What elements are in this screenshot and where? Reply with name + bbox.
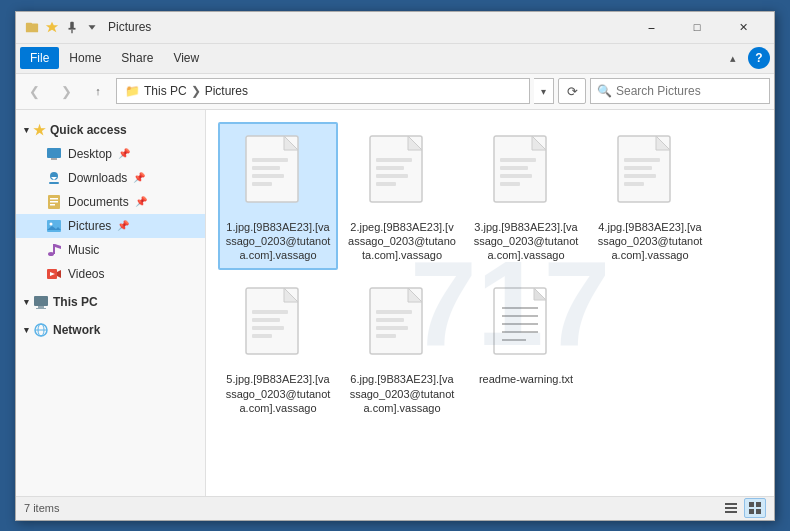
svg-rect-3 xyxy=(70,22,74,29)
up-button[interactable]: ↑ xyxy=(84,78,112,104)
quick-access-chevron: ▾ xyxy=(24,125,29,135)
file-item[interactable]: 5.jpg.[9B83AE23].[vassago_0203@tutanota.… xyxy=(218,274,338,423)
svg-marker-23 xyxy=(57,270,61,278)
sidebar-item-desktop[interactable]: Desktop 📌 xyxy=(16,142,205,166)
file-item[interactable]: readme-warning.txt xyxy=(466,274,586,423)
minimize-button[interactable]: ‒ xyxy=(628,11,674,43)
back-button[interactable]: ❮ xyxy=(20,78,48,104)
sidebar-section-network[interactable]: ▾ Network xyxy=(16,318,205,342)
svg-rect-16 xyxy=(47,220,61,232)
sidebar-item-this-pc-label: This PC xyxy=(53,295,98,309)
close-button[interactable]: ✕ xyxy=(720,11,766,43)
svg-rect-60 xyxy=(252,334,272,338)
menu-view[interactable]: View xyxy=(163,47,209,69)
menu-share[interactable]: Share xyxy=(111,47,163,69)
svg-rect-58 xyxy=(252,318,280,322)
svg-rect-4 xyxy=(69,28,76,30)
file-area: 717 1.jpg.[9B83AE23].[vassago_0203@tutan… xyxy=(206,110,774,496)
svg-rect-36 xyxy=(252,182,272,186)
svg-rect-63 xyxy=(376,310,412,314)
maximize-button[interactable]: □ xyxy=(674,11,720,43)
svg-rect-75 xyxy=(725,507,737,509)
help-button[interactable]: ? xyxy=(748,47,770,69)
file-name: 5.jpg.[9B83AE23].[vassago_0203@tutanota.… xyxy=(224,372,332,415)
path-pictures: Pictures xyxy=(205,84,248,98)
sidebar-item-documents[interactable]: Documents 📌 xyxy=(16,190,205,214)
title-bar-icons xyxy=(24,19,100,35)
list-view-button[interactable] xyxy=(720,498,742,518)
file-icon xyxy=(486,282,566,372)
svg-rect-40 xyxy=(376,166,404,170)
svg-rect-0 xyxy=(26,24,38,33)
this-pc-chevron: ▾ xyxy=(24,297,29,307)
address-bar: ❮ ❯ ↑ 📁 This PC ❯ Pictures ▾ ⟳ 🔍 xyxy=(16,74,774,110)
svg-rect-15 xyxy=(50,204,55,206)
file-icon xyxy=(362,282,442,372)
file-name: 6.jpg.[9B83AE23].[vassago_0203@tutanota.… xyxy=(348,372,456,415)
sidebar-item-downloads[interactable]: Downloads 📌 xyxy=(16,166,205,190)
status-bar: 7 items xyxy=(16,496,774,520)
file-name: 2.jpeg.[9B83AE23].[vassago_0203@tutanota… xyxy=(348,220,456,263)
file-item[interactable]: 2.jpeg.[9B83AE23].[vassago_0203@tutanota… xyxy=(342,122,462,271)
search-box[interactable]: 🔍 xyxy=(590,78,770,104)
item-count: 7 items xyxy=(24,502,59,514)
title-bar: Pictures ‒ □ ✕ xyxy=(16,12,774,44)
search-input[interactable] xyxy=(616,84,766,98)
svg-rect-14 xyxy=(50,201,58,203)
collapse-ribbon-btn[interactable]: ▴ xyxy=(722,50,744,67)
svg-marker-2 xyxy=(46,22,58,33)
address-dropdown[interactable]: ▾ xyxy=(534,78,554,104)
down-arrow-icon xyxy=(84,19,100,35)
sidebar-item-music[interactable]: Music xyxy=(16,238,205,262)
sidebar-item-videos[interactable]: Videos xyxy=(16,262,205,286)
sidebar: ▾ ★ Quick access Desktop 📌 Downloads 📌 xyxy=(16,110,206,496)
svg-rect-7 xyxy=(47,148,61,158)
svg-rect-26 xyxy=(38,306,44,308)
sidebar-item-desktop-label: Desktop xyxy=(68,147,112,161)
svg-rect-54 xyxy=(624,182,644,186)
sidebar-item-downloads-label: Downloads xyxy=(68,171,127,185)
window-controls: ‒ □ ✕ xyxy=(628,11,766,43)
file-icon xyxy=(238,282,318,372)
view-controls xyxy=(720,498,766,518)
svg-rect-47 xyxy=(500,174,532,178)
file-name: readme-warning.txt xyxy=(479,372,573,386)
forward-button[interactable]: ❯ xyxy=(52,78,80,104)
sidebar-item-music-label: Music xyxy=(68,243,99,257)
file-item[interactable]: 1.jpg.[9B83AE23].[vassago_0203@tutanota.… xyxy=(218,122,338,271)
pictures-icon xyxy=(46,218,62,234)
address-path[interactable]: 📁 This PC ❯ Pictures xyxy=(116,78,530,104)
svg-rect-65 xyxy=(376,326,408,330)
desktop-icon xyxy=(46,146,62,162)
svg-rect-51 xyxy=(624,158,660,162)
svg-rect-34 xyxy=(252,166,280,170)
grid-view-button[interactable] xyxy=(744,498,766,518)
videos-icon xyxy=(46,266,62,282)
svg-rect-1 xyxy=(26,23,32,25)
svg-rect-80 xyxy=(756,509,761,514)
file-name: 1.jpg.[9B83AE23].[vassago_0203@tutanota.… xyxy=(224,220,332,263)
file-item[interactable]: 4.jpg.[9B83AE23].[vassago_0203@tutanota.… xyxy=(590,122,710,271)
window-title: Pictures xyxy=(108,20,628,34)
sidebar-item-network-label: Network xyxy=(53,323,100,337)
menu-file[interactable]: File xyxy=(20,47,59,69)
svg-rect-59 xyxy=(252,326,284,330)
folder-icon xyxy=(24,19,40,35)
svg-rect-53 xyxy=(624,174,656,178)
refresh-button[interactable]: ⟳ xyxy=(558,78,586,104)
svg-rect-41 xyxy=(376,174,408,178)
svg-rect-27 xyxy=(36,308,46,309)
network-icon xyxy=(33,322,49,338)
file-item[interactable]: 3.jpg.[9B83AE23].[vassago_0203@tutanota.… xyxy=(466,122,586,271)
svg-rect-76 xyxy=(725,511,737,513)
path-folder-icon: 📁 xyxy=(125,84,140,98)
network-chevron: ▾ xyxy=(24,325,29,335)
sidebar-section-this-pc[interactable]: ▾ This PC xyxy=(16,290,205,314)
file-item[interactable]: 6.jpg.[9B83AE23].[vassago_0203@tutanota.… xyxy=(342,274,462,423)
sidebar-item-documents-label: Documents xyxy=(68,195,129,209)
downloads-pin-icon: 📌 xyxy=(133,172,145,183)
sidebar-section-quick-access[interactable]: ▾ ★ Quick access xyxy=(16,118,205,142)
svg-rect-74 xyxy=(725,503,737,505)
menu-home[interactable]: Home xyxy=(59,47,111,69)
sidebar-item-pictures[interactable]: Pictures 📌 xyxy=(16,214,205,238)
